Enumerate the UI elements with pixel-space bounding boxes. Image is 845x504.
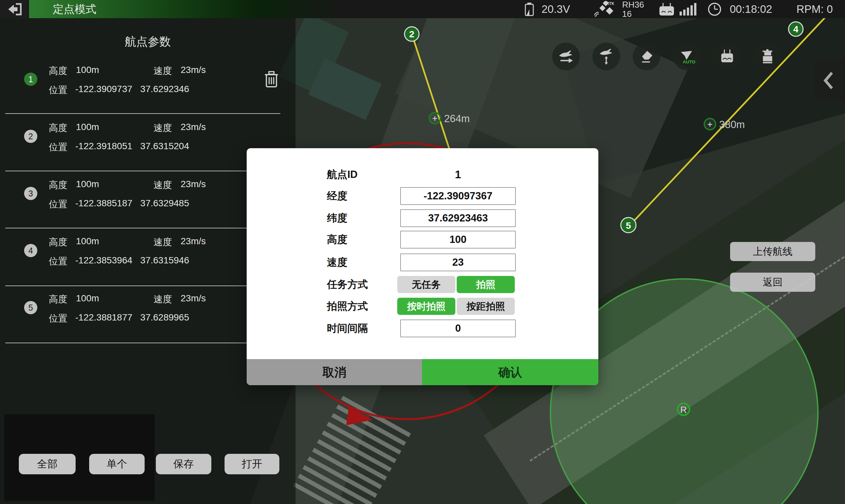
altitude-label: 高度 xyxy=(49,179,67,192)
altitude-label: 高度 xyxy=(49,122,67,134)
altitude-value: 100m xyxy=(76,122,99,134)
speed-value: 23m/s xyxy=(181,179,206,192)
flight-mode-label: 定点模式 xyxy=(53,0,96,18)
controller-link-icon xyxy=(656,2,677,16)
auto-mission-icon: AUTO xyxy=(678,48,696,65)
speed-label: 速度 xyxy=(154,179,172,192)
longitude-value: -122.3909737 xyxy=(75,84,133,96)
task-photo-toggle[interactable]: 拍照 xyxy=(457,276,515,293)
svg-text:4: 4 xyxy=(793,24,798,34)
task-none-toggle[interactable]: 无任务 xyxy=(397,276,455,293)
waypoint-marker-4[interactable]: 4 xyxy=(789,22,803,36)
svg-text:AUTO: AUTO xyxy=(683,59,696,65)
speed-value: 23m/s xyxy=(181,236,206,249)
speed-label: 速度 xyxy=(154,293,172,306)
waypoint-edit-dialog: 航点ID 1 经度 纬度 高度 速度 任务方式 无任务 拍照 拍照方式 按时拍照… xyxy=(247,148,598,385)
altitude-label: 高度 xyxy=(327,229,347,251)
latitude-label: 纬度 xyxy=(327,207,347,229)
waypoint-row-1[interactable]: 1 高度100m 速度23m/s 位置-122.390973737.629234… xyxy=(0,56,296,102)
latitude-value: 37.6329485 xyxy=(140,198,189,211)
longitude-input[interactable] xyxy=(400,187,516,205)
cancel-button[interactable]: 取消 xyxy=(247,359,422,385)
route-line-segment xyxy=(629,8,833,226)
rtk-status-line2: 16 xyxy=(622,9,644,18)
status-bar: 定点模式 20.3V RTK RH36 16 xyxy=(0,0,845,18)
panel-title: 航点参数 xyxy=(0,34,296,50)
save-button[interactable]: 保存 xyxy=(156,454,211,474)
dialog-row-longitude: 经度 xyxy=(247,185,598,207)
waypoint-marker-5[interactable]: 5 xyxy=(621,217,636,233)
rtk-satellite-icon: RTK xyxy=(594,1,616,18)
waypoint-index-badge: 1 xyxy=(24,73,37,86)
exit-back-icon xyxy=(6,2,23,16)
plane-takeoff-icon xyxy=(558,48,574,65)
gimbal-device-button[interactable] xyxy=(754,42,781,70)
dialog-row-id: 航点ID 1 xyxy=(247,164,598,185)
svg-text:5: 5 xyxy=(626,220,631,231)
all-waypoints-button[interactable]: 全部 xyxy=(19,454,76,474)
flight-time: 00:18:02 xyxy=(730,0,772,18)
waypoint-marker-2[interactable]: 2 xyxy=(405,27,419,41)
waypoint-id-label: 航点ID xyxy=(327,164,358,185)
altitude-label: 高度 xyxy=(49,293,67,306)
dialog-row-speed: 速度 xyxy=(247,252,598,273)
route-line-segment xyxy=(412,34,453,160)
speed-label: 速度 xyxy=(154,65,172,77)
flight-timer-icon xyxy=(707,2,722,17)
segment-distance-label: 264m xyxy=(444,113,470,124)
speed-label: 速度 xyxy=(154,236,172,249)
single-waypoint-button[interactable]: 单个 xyxy=(89,454,145,474)
chevron-left-icon xyxy=(820,70,838,91)
battery-icon xyxy=(524,2,534,16)
altitude-value: 100m xyxy=(76,293,99,306)
longitude-value: -122.3885187 xyxy=(75,198,133,211)
waypoint-index-badge: 3 xyxy=(24,187,37,200)
svg-text:2: 2 xyxy=(409,29,415,39)
altitude-label: 高度 xyxy=(49,236,67,249)
speed-input[interactable] xyxy=(400,253,516,271)
dialog-actions: 取消 确认 xyxy=(247,359,598,385)
photo-mode-label: 拍照方式 xyxy=(327,295,368,317)
interval-label: 时间间隔 xyxy=(327,318,368,339)
altitude-value: 100m xyxy=(76,179,99,192)
collapse-panel-tab[interactable] xyxy=(815,59,845,101)
waypoint-index-badge: 4 xyxy=(24,244,37,257)
photo-distance-toggle[interactable]: 按距拍照 xyxy=(457,298,515,315)
svg-text:+: + xyxy=(432,113,438,123)
waypoint-index-badge: 5 xyxy=(24,301,37,314)
gimbal-device-icon xyxy=(759,48,776,65)
remote-controller-button[interactable] xyxy=(713,42,741,70)
open-button[interactable]: 打开 xyxy=(225,454,279,474)
return-button[interactable]: 返回 xyxy=(730,273,815,292)
speed-value: 23m/s xyxy=(181,293,206,306)
upload-route-button[interactable]: 上传航线 xyxy=(730,242,815,261)
battery-voltage: 20.3V xyxy=(542,0,570,18)
confirm-button[interactable]: 确认 xyxy=(422,359,598,385)
back-button[interactable] xyxy=(0,0,29,18)
auto-mission-button[interactable]: AUTO xyxy=(673,42,701,70)
interval-input[interactable] xyxy=(400,320,516,337)
segment-midpoint-insert[interactable]: + xyxy=(704,119,716,130)
svg-text:RTK: RTK xyxy=(606,1,615,6)
altitude-input[interactable] xyxy=(400,231,516,249)
svg-text:R: R xyxy=(680,405,687,415)
latitude-input[interactable] xyxy=(400,209,516,227)
latitude-value: 37.6315946 xyxy=(140,255,189,268)
position-label: 位置 xyxy=(49,84,67,96)
waypoint-index-badge: 2 xyxy=(24,130,37,143)
delete-waypoint-icon[interactable] xyxy=(264,71,279,89)
waypoint-id-value: 1 xyxy=(400,164,516,185)
segment-midpoint-insert[interactable]: + xyxy=(429,112,440,124)
erase-route-button[interactable] xyxy=(633,42,661,70)
dialog-row-task-mode: 任务方式 无任务 拍照 xyxy=(247,274,598,295)
remote-controller-icon xyxy=(719,48,735,65)
takeoff-button[interactable] xyxy=(552,42,580,70)
altitude-value: 100m xyxy=(76,236,99,249)
position-label: 位置 xyxy=(49,255,67,268)
altitude-button[interactable] xyxy=(593,42,620,70)
photo-timed-toggle[interactable]: 按时拍照 xyxy=(397,298,455,315)
row-divider xyxy=(5,343,280,343)
svg-text:+: + xyxy=(707,119,712,129)
eraser-icon xyxy=(638,48,655,65)
signal-strength-icon xyxy=(680,2,697,16)
